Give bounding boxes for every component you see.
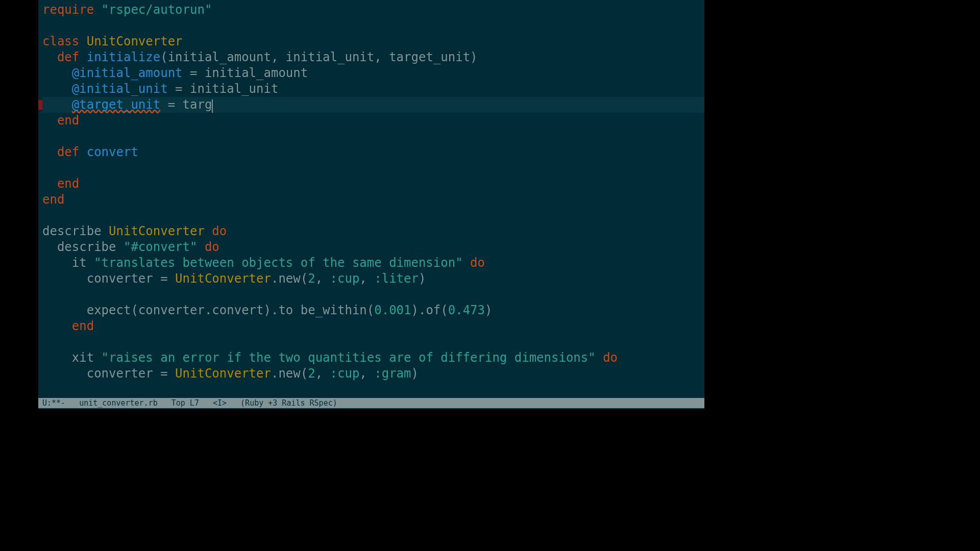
code-line[interactable]: end	[42, 176, 704, 192]
code-line[interactable]: converter = UnitConverter.new(2, :cup, :…	[42, 366, 704, 382]
statusbar: U:**- unit_converter.rb Top L7 <I> (Ruby…	[38, 398, 704, 408]
editor-container: require "rspec/autorun" class UnitConver…	[38, 0, 704, 409]
status-filename: unit_converter.rb	[79, 398, 158, 408]
code-line[interactable]: expect(converter.convert).to be_within(0…	[42, 303, 704, 318]
code-line[interactable]: def convert	[42, 144, 704, 160]
status-position: Top L7	[172, 398, 199, 408]
code-line[interactable]: end	[42, 113, 704, 129]
gutter	[38, 0, 42, 409]
code-line[interactable]: @target_unit = targ	[42, 97, 704, 113]
code-line[interactable]: xit "raises an error if the two quantiti…	[42, 350, 704, 366]
code-line[interactable]: @initial_unit = initial_unit	[42, 81, 704, 97]
code-line[interactable]	[42, 287, 704, 303]
code-line[interactable]: describe UnitConverter do	[42, 223, 704, 239]
code-line[interactable]	[42, 334, 704, 350]
code-line[interactable]: class UnitConverter	[42, 34, 704, 49]
code-line[interactable]	[42, 208, 704, 223]
status-mode: <I>	[213, 398, 227, 408]
code-line[interactable]: require "rspec/autorun"	[42, 2, 704, 18]
code-line[interactable]: end	[42, 318, 704, 334]
code-line[interactable]	[42, 160, 704, 176]
code-line[interactable]: converter = UnitConverter.new(2, :cup, :…	[42, 271, 704, 287]
status-modified: U:**-	[42, 398, 65, 408]
code-line[interactable]	[42, 129, 704, 144]
code-line[interactable]: @initial_amount = initial_amount	[42, 65, 704, 81]
code-line[interactable]: def initialize(initial_amount, initial_u…	[42, 49, 704, 65]
status-modes: (Ruby +3 Rails RSpec)	[240, 398, 337, 408]
code-line[interactable]: describe "#convert" do	[42, 239, 704, 255]
code-line[interactable]: end	[42, 192, 704, 208]
gutter-error-marker	[38, 100, 42, 110]
code-area[interactable]: require "rspec/autorun" class UnitConver…	[42, 2, 704, 382]
code-line[interactable]: it "translates between objects of the sa…	[42, 255, 704, 271]
code-line[interactable]	[42, 18, 704, 34]
